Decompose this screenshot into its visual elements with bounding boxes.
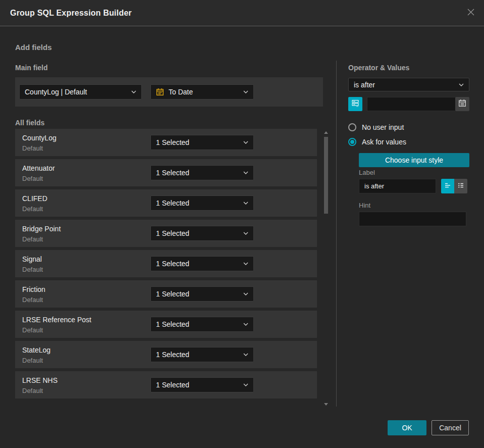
field-values-select-value: 1 Selected — [156, 260, 189, 268]
scroll-up-icon[interactable] — [324, 131, 328, 134]
field-row: Signal Default 1 Selected — [15, 250, 317, 277]
operator-values-heading: Operator & Values — [348, 64, 409, 72]
field-name: CLIFED — [22, 194, 47, 203]
scrollbar-thumb[interactable] — [324, 137, 328, 214]
chevron-down-icon — [243, 202, 248, 205]
titlebar: Group SQL Expression Builder — [0, 0, 484, 26]
field-values-select[interactable]: 1 Selected — [150, 195, 254, 211]
all-fields-label: All fields — [15, 119, 44, 127]
field-values-select[interactable]: 1 Selected — [150, 135, 254, 150]
hint-field-label: Hint — [359, 202, 370, 209]
field-row: LRSE Reference Post Default 1 Selected — [15, 311, 317, 338]
radio-no-user-input-label: No user input — [362, 123, 404, 131]
field-name: LRSE Reference Post — [22, 316, 91, 324]
field-values-select-value: 1 Selected — [156, 229, 189, 237]
group-sql-expression-builder-dialog: Group SQL Expression Builder Add fields … — [0, 0, 484, 448]
close-button[interactable] — [465, 7, 477, 19]
list-input-style-toggle[interactable] — [454, 179, 467, 193]
unique-values-icon — [351, 99, 359, 109]
field-name: Bridge Point — [22, 225, 61, 233]
ok-button[interactable]: OK — [388, 420, 426, 435]
field-values-select-value: 1 Selected — [156, 381, 189, 389]
field-row: LRSE NHS Default 1 Selected — [15, 371, 317, 399]
field-subtitle: Default — [22, 357, 43, 364]
field-row: Friction Default 1 Selected — [15, 280, 317, 308]
field-name: Signal — [22, 255, 42, 263]
field-name: Attenuator — [22, 164, 55, 172]
field-subtitle: Default — [22, 296, 43, 304]
field-values-select-value: 1 Selected — [156, 169, 189, 177]
panel-divider — [336, 61, 337, 407]
field-subtitle: Default — [22, 144, 43, 152]
field-subtitle: Default — [22, 326, 43, 334]
calendar-icon — [156, 88, 164, 96]
main-field-label: Main field — [15, 64, 48, 72]
date-picker-button[interactable] — [455, 97, 469, 111]
field-values-select-value: 1 Selected — [156, 199, 189, 207]
chevron-down-icon — [243, 141, 248, 144]
cancel-button[interactable]: Cancel — [432, 420, 469, 435]
main-field-panel: CountyLog | Default To Date — [15, 77, 323, 107]
field-subtitle: Default — [22, 175, 43, 182]
field-name: LRSE NHS — [22, 376, 58, 384]
main-field-select-value: CountyLog | Default — [25, 88, 87, 96]
operator-select-value: is after — [354, 81, 375, 89]
radio-circle-icon — [348, 123, 356, 131]
chevron-down-icon — [243, 171, 248, 174]
field-subtitle: Default — [22, 205, 43, 213]
field-name: StateLog — [22, 346, 50, 354]
radio-ask-for-values-label: Ask for values — [362, 138, 406, 146]
field-row: StateLog Default 1 Selected — [15, 341, 317, 368]
text-input-style-icon — [444, 181, 452, 191]
radio-ask-for-values[interactable]: Ask for values — [348, 138, 406, 146]
label-input[interactable] — [359, 179, 436, 193]
chevron-down-icon — [243, 262, 248, 265]
all-fields-list: CountyLog Default 1 Selected Attenuator … — [15, 129, 317, 402]
field-values-select[interactable]: 1 Selected — [150, 377, 254, 392]
chevron-down-icon — [131, 90, 136, 93]
choose-input-style-button[interactable]: Choose input style — [359, 153, 469, 167]
main-field-select[interactable]: CountyLog | Default — [19, 84, 142, 99]
value-input[interactable] — [367, 97, 455, 111]
operator-select[interactable]: is after — [348, 78, 469, 91]
field-values-select[interactable]: 1 Selected — [150, 347, 254, 362]
field-values-select-value: 1 Selected — [156, 290, 189, 298]
field-values-select-value: 1 Selected — [156, 320, 189, 328]
field-values-select[interactable]: 1 Selected — [150, 256, 254, 271]
field-values-select[interactable]: 1 Selected — [150, 165, 254, 180]
field-name: CountyLog — [22, 134, 57, 142]
unique-values-button[interactable] — [348, 97, 362, 111]
chevron-down-icon — [243, 292, 248, 295]
field-name: Friction — [22, 285, 45, 293]
chevron-down-icon — [243, 323, 248, 326]
field-subtitle: Default — [22, 235, 43, 243]
scroll-down-icon[interactable] — [324, 403, 328, 406]
field-values-select[interactable]: 1 Selected — [150, 317, 254, 332]
field-subtitle: Default — [22, 266, 43, 273]
field-row: CLIFED Default 1 Selected — [15, 189, 317, 217]
field-values-select[interactable]: 1 Selected — [150, 226, 254, 241]
chevron-down-icon — [243, 383, 248, 386]
chevron-down-icon — [243, 232, 248, 235]
radio-selected-icon — [348, 138, 356, 146]
list-scrollbar[interactable] — [324, 130, 329, 406]
field-row: Bridge Point Default 1 Selected — [15, 220, 317, 247]
field-values-select[interactable]: 1 Selected — [150, 286, 254, 302]
close-icon — [467, 8, 475, 18]
date-field-select-value: To Date — [169, 88, 193, 96]
hint-input[interactable] — [359, 212, 466, 226]
label-field-label: Label — [359, 169, 375, 176]
date-field-select[interactable]: To Date — [150, 84, 254, 99]
chevron-down-icon — [243, 353, 248, 356]
chevron-down-icon — [459, 83, 464, 86]
radio-no-user-input[interactable]: No user input — [348, 123, 404, 131]
chevron-down-icon — [243, 90, 248, 93]
dialog-title: Group SQL Expression Builder — [10, 0, 132, 26]
calendar-icon — [458, 99, 466, 109]
field-values-select-value: 1 Selected — [156, 138, 189, 146]
add-fields-heading: Add fields — [15, 43, 52, 52]
field-row: CountyLog Default 1 Selected — [15, 129, 317, 156]
text-input-style-toggle[interactable] — [441, 179, 454, 193]
field-subtitle: Default — [22, 387, 43, 394]
field-row: Attenuator Default 1 Selected — [15, 159, 317, 186]
